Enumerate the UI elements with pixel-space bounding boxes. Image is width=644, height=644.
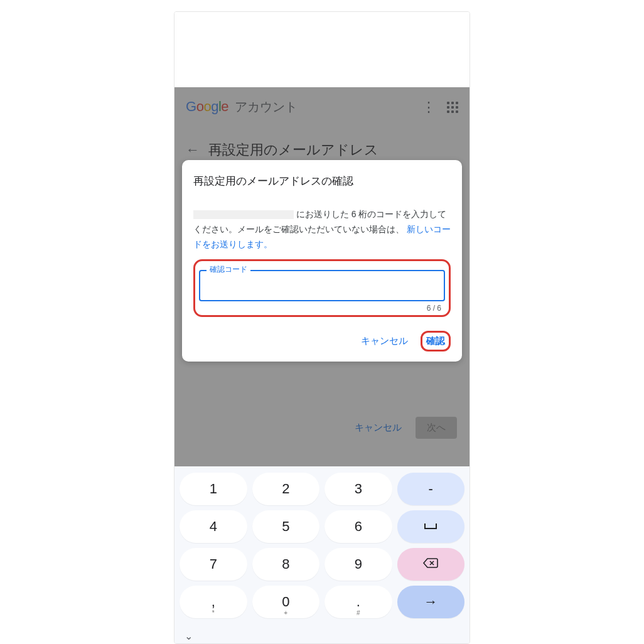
key-4[interactable]: 4 xyxy=(180,510,247,543)
confirm-email-modal: 再設定用のメールアドレスの確認 にお送りした 6 桁のコードを入力してください。… xyxy=(182,160,462,362)
confirm-highlight-box: 確認 xyxy=(421,331,451,352)
app-area: Google アカウント ⋮ ← 再設定用のメールアドレス キャンセル 次へ xyxy=(174,87,470,466)
key-⌫[interactable] xyxy=(397,548,465,581)
code-field: 確認コード xyxy=(199,270,445,301)
key--[interactable]: - xyxy=(397,473,465,505)
key-5[interactable]: 5 xyxy=(252,510,320,543)
key-8[interactable]: 8 xyxy=(252,548,320,581)
numeric-keyboard: 123-456789,*0+.#→ ⌄ xyxy=(174,466,470,643)
modal-actions: キャンセル 確認 xyxy=(193,331,451,352)
keyboard-footer: ⌄ xyxy=(180,628,464,642)
modal-body: にお送りした 6 桁のコードを入力してください。メールをご確認いただいていない場… xyxy=(193,207,451,252)
key-2[interactable]: 2 xyxy=(252,473,320,505)
key-,[interactable]: ,* xyxy=(180,586,247,618)
code-field-label: 確認コード xyxy=(207,264,250,275)
collapse-keyboard-icon[interactable]: ⌄ xyxy=(185,630,193,642)
key-0[interactable]: 0+ xyxy=(252,586,320,618)
redacted-email xyxy=(193,210,294,219)
char-counter: 6 / 6 xyxy=(199,304,445,313)
key-→[interactable]: → xyxy=(397,586,465,618)
key-⌴[interactable] xyxy=(397,510,465,543)
modal-title: 再設定用のメールアドレスの確認 xyxy=(193,174,451,188)
key-9[interactable]: 9 xyxy=(325,548,392,581)
confirm-button[interactable]: 確認 xyxy=(426,335,445,347)
top-blank-area xyxy=(174,12,470,87)
cancel-button[interactable]: キャンセル xyxy=(361,335,408,347)
phone-frame: Google アカウント ⋮ ← 再設定用のメールアドレス キャンセル 次へ xyxy=(174,11,470,644)
key-.[interactable]: .# xyxy=(325,586,392,618)
key-6[interactable]: 6 xyxy=(325,510,392,543)
key-1[interactable]: 1 xyxy=(180,473,247,505)
input-highlight-box: 確認コード 6 / 6 xyxy=(193,259,451,317)
key-7[interactable]: 7 xyxy=(180,548,247,581)
key-3[interactable]: 3 xyxy=(325,473,392,505)
